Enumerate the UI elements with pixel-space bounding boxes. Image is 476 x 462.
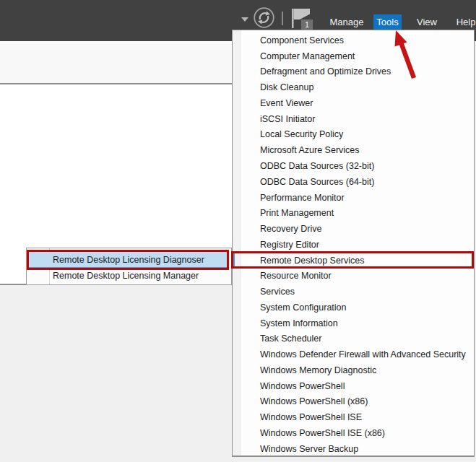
- menu-item-disk-cleanup[interactable]: Disk Cleanup: [233, 79, 474, 95]
- menubar-item-view[interactable]: View: [411, 14, 443, 30]
- menu-item-odbc-data-sources-64-bit[interactable]: ODBC Data Sources (64-bit): [233, 174, 474, 190]
- menu-item-component-services[interactable]: Component Services: [233, 32, 474, 48]
- menu-item-local-security-policy[interactable]: Local Security Policy: [233, 127, 474, 143]
- menu-item-odbc-data-sources-32-bit[interactable]: ODBC Data Sources (32-bit): [233, 158, 474, 174]
- remote-desktop-services-submenu: Remote Desktop Licensing DiagnoserRemote…: [26, 248, 232, 285]
- menubar-item-help[interactable]: Help: [453, 14, 476, 30]
- menu-item-event-viewer[interactable]: Event Viewer: [233, 95, 474, 111]
- menu-item-iscsi-initiator[interactable]: iSCSI Initiator: [233, 111, 474, 127]
- menu-item-print-management[interactable]: Print Management: [233, 205, 474, 221]
- tools-dropdown-menu: Component ServicesComputer ManagementDef…: [232, 30, 475, 457]
- menu-item-windows-powershell[interactable]: Windows PowerShell: [233, 378, 474, 394]
- menu-item-windows-defender-firewall-with-advanced-security[interactable]: Windows Defender Firewall with Advanced …: [233, 346, 474, 362]
- menu-item-windows-powershell-ise[interactable]: Windows PowerShell ISE: [233, 409, 474, 425]
- menu-item-services[interactable]: Services: [233, 284, 474, 300]
- menu-item-remote-desktop-services[interactable]: Remote Desktop Services: [233, 253, 474, 269]
- submenu-item-remote-desktop-licensing-diagnoser[interactable]: Remote Desktop Licensing Diagnoser: [28, 251, 228, 268]
- menu-item-registry-editor[interactable]: Registry Editor: [233, 237, 474, 253]
- menu-item-performance-monitor[interactable]: Performance Monitor: [233, 190, 474, 206]
- menu-item-system-information[interactable]: System Information: [233, 315, 474, 331]
- chevron-down-icon[interactable]: [241, 17, 248, 22]
- menubar-item-tools[interactable]: Tools: [373, 14, 402, 30]
- menu-item-windows-memory-diagnostic[interactable]: Windows Memory Diagnostic: [233, 362, 474, 378]
- refresh-icon[interactable]: [253, 6, 275, 29]
- menu-item-system-configuration[interactable]: System Configuration: [233, 300, 474, 315]
- menu-item-windows-powershell-x86[interactable]: Windows PowerShell (x86): [233, 394, 474, 410]
- submenu-open-highlight-tick: [233, 253, 235, 266]
- menubar-item-manage[interactable]: Manage: [325, 14, 368, 30]
- submenu-item-remote-desktop-licensing-manager[interactable]: Remote Desktop Licensing Manager: [27, 268, 231, 284]
- background-header-area: [0, 41, 232, 83]
- menu-item-computer-management[interactable]: Computer Management: [233, 48, 474, 64]
- menu-item-resource-monitor[interactable]: Resource Monitor: [233, 268, 474, 284]
- menu-item-windows-powershell-ise-x86[interactable]: Windows PowerShell ISE (x86): [233, 425, 474, 441]
- topbar-separator: [282, 12, 283, 25]
- menu-item-defragment-and-optimize-drives[interactable]: Defragment and Optimize Drives: [233, 64, 474, 80]
- notification-badge[interactable]: 1: [301, 19, 313, 30]
- tools-menu-list: Component ServicesComputer ManagementDef…: [233, 32, 474, 457]
- menu-item-task-scheduler[interactable]: Task Scheduler: [233, 331, 474, 347]
- background-divider-line: [0, 284, 27, 285]
- menu-item-microsoft-azure-services[interactable]: Microsoft Azure Services: [233, 142, 474, 158]
- menu-item-recovery-drive[interactable]: Recovery Drive: [233, 221, 474, 237]
- menu-item-windows-server-backup[interactable]: Windows Server Backup: [233, 441, 474, 457]
- screen: 1 Manage Tools View Help Component Servi…: [0, 0, 476, 462]
